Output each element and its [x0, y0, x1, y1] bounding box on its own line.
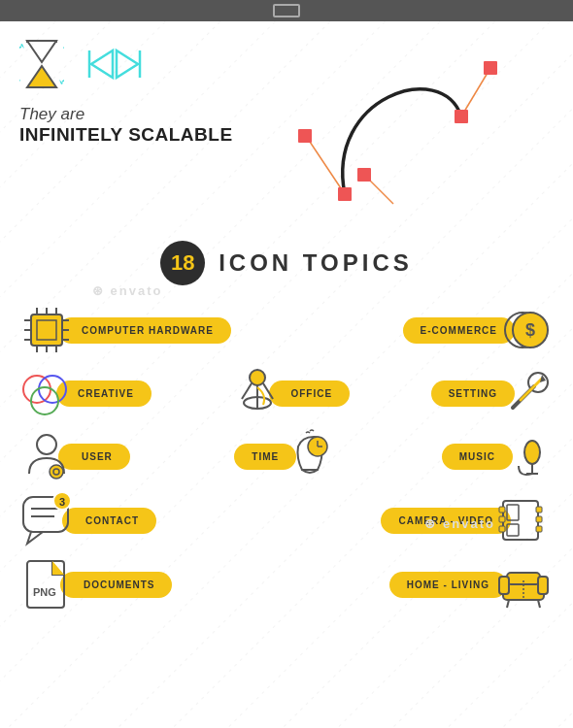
- svg-rect-14: [298, 129, 312, 143]
- icon-topics-label: ICON TOPICS: [219, 249, 413, 277]
- topic-computer-hardware: COMPUTER HARDWARE: [19, 303, 231, 357]
- speech-icon: 3: [19, 493, 78, 547]
- topic-time: TIME: [234, 429, 337, 483]
- svg-rect-76: [507, 573, 540, 584]
- coin-icon: $: [499, 303, 554, 357]
- topic-setting: SETTING: [431, 367, 554, 419]
- hourglass-icon: [19, 39, 64, 89]
- number-badge: 18: [160, 241, 205, 285]
- watermark-1: ⊛ envato: [92, 283, 163, 298]
- svg-rect-19: [357, 168, 371, 182]
- chip-icon: [19, 303, 74, 357]
- sofa-icon: [493, 557, 554, 612]
- circles-icon: [19, 368, 70, 418]
- topic-music: MUSIC: [442, 429, 554, 483]
- svg-line-13: [461, 68, 490, 116]
- documents-pill: DOCUMENTS: [60, 572, 172, 598]
- svg-rect-77: [499, 577, 509, 594]
- svg-rect-67: [499, 516, 505, 522]
- window-icon: [273, 4, 300, 17]
- lamp-icon: [232, 368, 283, 418]
- topic-camera-video: CAMERA - VIDEO: [381, 493, 554, 547]
- svg-rect-15: [338, 187, 352, 201]
- topic-ecommerce: E-COMMERCE $: [403, 303, 554, 357]
- svg-rect-65: [507, 524, 519, 536]
- svg-rect-17: [484, 61, 497, 75]
- svg-marker-10: [117, 50, 138, 78]
- svg-text:$: $: [525, 320, 535, 340]
- svg-text:PNG: PNG: [33, 586, 56, 598]
- computer-hardware-pill: COMPUTER HARDWARE: [58, 317, 231, 344]
- ecommerce-pill: E-COMMERCE: [403, 317, 515, 344]
- svg-rect-78: [538, 577, 548, 594]
- icon-topics-header: 18 ICON TOPICS: [19, 241, 554, 285]
- wrench-icon: [501, 367, 554, 419]
- mic-icon: [499, 429, 554, 483]
- topics-row-3: USER TIME MUSI: [19, 429, 554, 483]
- svg-line-12: [306, 136, 345, 194]
- svg-line-41: [242, 383, 252, 399]
- hero-text: They are INFINITELY SCALABLE: [19, 105, 243, 147]
- svg-text:3: 3: [59, 496, 65, 508]
- top-bar: [0, 0, 573, 21]
- topic-documents: PNG DOCUMENTS: [19, 557, 172, 612]
- svg-point-49: [37, 435, 56, 454]
- topics-row-4: 3 CONTACT CAMERA - VIDEO: [19, 493, 554, 547]
- infinitely-scalable-text: INFINITELY SCALABLE: [19, 124, 243, 147]
- topics-row-5: PNG DOCUMENTS HOME - LIVING: [19, 557, 554, 612]
- topics-row-2: CREATIVE OFFICE SETTING: [19, 367, 554, 419]
- topic-contact: 3 CONTACT: [19, 493, 156, 547]
- bell-icon: [283, 429, 337, 483]
- topic-user: USER: [19, 429, 130, 483]
- creative-pill: CREATIVE: [56, 381, 152, 407]
- svg-point-40: [250, 370, 265, 385]
- svg-line-80: [538, 600, 540, 608]
- home-living-pill: HOME - LIVING: [389, 572, 507, 598]
- svg-rect-20: [31, 314, 62, 346]
- skip-icon: [85, 47, 144, 82]
- person-icon: [19, 429, 74, 483]
- svg-marker-73: [52, 561, 64, 575]
- svg-point-50: [50, 465, 63, 479]
- svg-rect-70: [536, 516, 542, 522]
- topics-grid: COMPUTER HARDWARE E-COMMERCE $: [19, 303, 554, 612]
- camera-icon: [497, 493, 554, 547]
- svg-marker-2: [27, 41, 56, 62]
- svg-point-55: [524, 441, 540, 464]
- svg-rect-64: [507, 505, 519, 520]
- topic-creative: CREATIVE: [19, 368, 152, 418]
- svg-rect-69: [536, 507, 542, 513]
- svg-rect-72: [27, 561, 64, 608]
- svg-line-47: [521, 379, 542, 400]
- svg-marker-3: [27, 66, 56, 87]
- svg-marker-8: [91, 50, 113, 78]
- topic-office: OFFICE: [232, 368, 350, 418]
- topic-home-living: HOME - LIVING: [389, 557, 554, 612]
- bezier-illustration: [243, 39, 554, 233]
- topics-row-1: COMPUTER HARDWARE E-COMMERCE $: [19, 303, 554, 357]
- svg-rect-16: [455, 110, 468, 123]
- they-are-text: They are: [19, 105, 243, 124]
- svg-line-79: [507, 600, 509, 608]
- png-icon: PNG: [19, 557, 76, 612]
- svg-rect-66: [499, 507, 505, 513]
- camera-video-pill: CAMERA - VIDEO: [381, 508, 511, 534]
- svg-rect-71: [536, 526, 542, 532]
- svg-rect-68: [499, 526, 505, 532]
